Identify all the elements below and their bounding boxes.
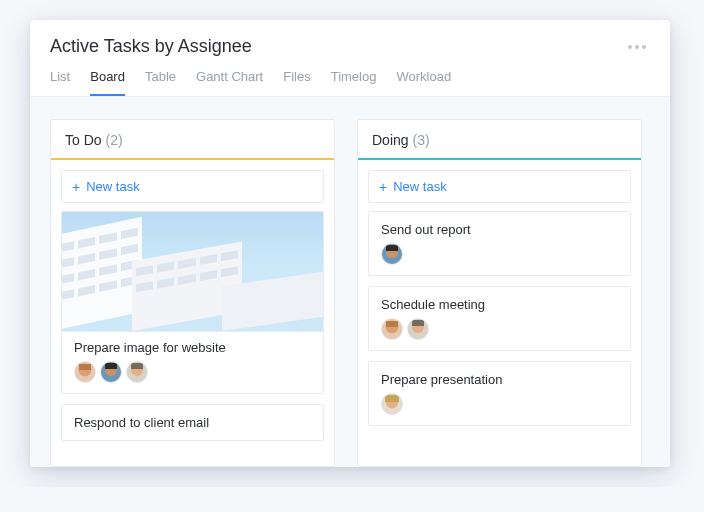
card-title: Prepare presentation xyxy=(381,372,618,387)
task-board-window: Active Tasks by Assignee List Board Tabl… xyxy=(30,20,670,467)
task-card[interactable]: Respond to client email xyxy=(61,404,324,441)
assignee-avatars xyxy=(381,318,618,340)
avatar xyxy=(381,243,403,265)
avatar xyxy=(407,318,429,340)
header: Active Tasks by Assignee xyxy=(30,20,670,57)
new-task-button[interactable]: + New task xyxy=(368,170,631,203)
tab-workload[interactable]: Workload xyxy=(396,69,451,96)
card-title: Send out report xyxy=(381,222,618,237)
plus-icon: + xyxy=(379,180,387,194)
card-image xyxy=(62,212,323,332)
more-options-icon[interactable] xyxy=(624,41,650,53)
column-doing: Doing (3) + New task Send out report Sch… xyxy=(357,119,642,467)
column-title: To Do xyxy=(65,132,102,148)
avatar xyxy=(381,393,403,415)
tab-list[interactable]: List xyxy=(50,69,70,96)
tab-timelog[interactable]: Timelog xyxy=(331,69,377,96)
avatar xyxy=(126,361,148,383)
svg-rect-5 xyxy=(105,363,117,369)
column-todo: To Do (2) + New task xyxy=(50,119,335,467)
tab-table[interactable]: Table xyxy=(145,69,176,96)
task-card[interactable]: Prepare presentation xyxy=(368,361,631,426)
tab-board[interactable]: Board xyxy=(90,69,125,96)
svg-rect-11 xyxy=(386,245,398,251)
svg-rect-2 xyxy=(79,364,91,370)
avatar xyxy=(381,318,403,340)
column-count: (2) xyxy=(105,132,122,148)
column-header-doing: Doing (3) xyxy=(358,120,641,160)
task-card[interactable]: Prepare image for website xyxy=(61,211,324,394)
new-task-label: New task xyxy=(393,179,446,194)
page-title: Active Tasks by Assignee xyxy=(50,36,252,57)
task-card[interactable]: Send out report xyxy=(368,211,631,276)
new-task-button[interactable]: + New task xyxy=(61,170,324,203)
column-count: (3) xyxy=(412,132,429,148)
svg-rect-17 xyxy=(412,320,424,326)
svg-rect-20 xyxy=(385,395,399,402)
task-card[interactable]: Schedule meeting xyxy=(368,286,631,351)
tab-files[interactable]: Files xyxy=(283,69,310,96)
card-title: Prepare image for website xyxy=(74,340,311,355)
assignee-avatars xyxy=(381,393,618,415)
avatar xyxy=(74,361,96,383)
new-task-label: New task xyxy=(86,179,139,194)
assignee-avatars xyxy=(381,243,618,265)
assignee-avatars xyxy=(74,361,311,383)
plus-icon: + xyxy=(72,180,80,194)
tab-gantt[interactable]: Gantt Chart xyxy=(196,69,263,96)
svg-rect-8 xyxy=(131,363,143,369)
column-header-todo: To Do (2) xyxy=(51,120,334,160)
board-area: To Do (2) + New task xyxy=(30,97,670,467)
card-title: Schedule meeting xyxy=(381,297,618,312)
view-tabs: List Board Table Gantt Chart Files Timel… xyxy=(30,57,670,97)
column-title: Doing xyxy=(372,132,409,148)
svg-rect-14 xyxy=(386,321,398,327)
avatar xyxy=(100,361,122,383)
card-title: Respond to client email xyxy=(74,415,311,430)
